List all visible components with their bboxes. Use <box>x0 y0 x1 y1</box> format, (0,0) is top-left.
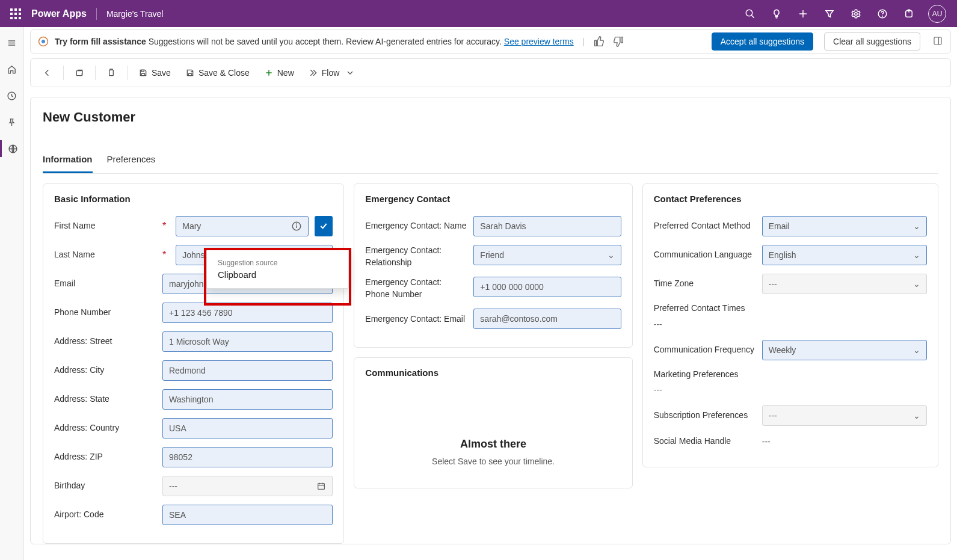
value-pref-social[interactable]: --- <box>762 434 771 449</box>
input-street[interactable]: 1 Microsoft Way <box>162 331 333 352</box>
home-icon[interactable] <box>4 61 20 78</box>
input-birthday[interactable]: --- <box>162 476 333 496</box>
label-zip: Address: ZIP <box>54 451 156 463</box>
recent-icon[interactable] <box>4 87 20 104</box>
timeline-empty-title: Almost there <box>365 438 621 451</box>
section-title: Emergency Contact <box>365 194 621 204</box>
label-street: Address: Street <box>54 336 156 348</box>
svg-rect-27 <box>109 70 114 75</box>
svg-rect-8 <box>19 17 21 19</box>
svg-rect-30 <box>188 73 191 75</box>
gear-icon[interactable] <box>844 2 868 26</box>
accept-suggestion-button[interactable] <box>315 216 333 236</box>
input-pref-lang[interactable]: English⌄ <box>762 245 927 265</box>
input-first-name[interactable]: Mary <box>176 216 309 236</box>
chevron-down-icon: ⌄ <box>913 250 920 260</box>
banner-link[interactable]: See preview terms <box>504 37 574 46</box>
label-pref-subs: Subscription Preferences <box>654 410 756 422</box>
hamburger-icon[interactable] <box>4 34 20 51</box>
svg-rect-5 <box>19 13 21 15</box>
input-state[interactable]: Washington <box>162 389 333 410</box>
expand-panel-icon[interactable] <box>932 35 943 48</box>
input-pref-freq[interactable]: Weekly⌄ <box>762 340 927 360</box>
timeline-empty-subtitle: Select Save to see your timeline. <box>365 457 621 466</box>
svg-rect-1 <box>14 8 17 11</box>
pin-icon[interactable] <box>4 114 20 131</box>
label-pref-freq: Communication Frequency <box>654 344 756 356</box>
svg-rect-36 <box>318 484 325 489</box>
input-ec-relationship[interactable]: Friend ⌄ <box>473 245 621 265</box>
label-pref-method: Preferred Contact Method <box>654 220 756 232</box>
value-pref-marketing[interactable]: --- <box>654 383 662 397</box>
label-email: Email <box>54 278 156 290</box>
svg-rect-0 <box>10 8 13 11</box>
label-pref-times: Preferred Contact Times <box>654 303 745 315</box>
global-header: Power Apps Margie's Travel AU <box>0 0 957 27</box>
clear-all-button[interactable]: Clear all suggestions <box>824 32 920 51</box>
label-birthday: Birthday <box>54 480 156 492</box>
left-nav-rail <box>0 27 24 560</box>
lightbulb-icon[interactable] <box>765 2 789 26</box>
input-ec-email[interactable]: sarah@contoso.com <box>473 309 621 329</box>
chevron-down-icon: ⌄ <box>913 221 920 231</box>
command-bar: Save Save & Close New Flow <box>30 58 951 87</box>
svg-point-9 <box>746 10 752 16</box>
app-name: Power Apps <box>31 8 87 19</box>
input-ec-phone[interactable]: +1 000 000 0000 <box>473 277 621 297</box>
section-contact-preferences: Contact Preferences Preferred Contact Me… <box>642 183 938 467</box>
svg-rect-24 <box>934 37 941 45</box>
section-title: Communications <box>365 368 621 378</box>
accept-all-button[interactable]: Accept all suggestions <box>712 32 813 51</box>
banner-text: Suggestions will not be saved until you … <box>149 37 502 46</box>
page-title: New Customer <box>43 109 938 125</box>
banner-bold: Try form fill assistance <box>55 37 146 46</box>
input-pref-tz[interactable]: ---⌄ <box>762 274 927 294</box>
share-icon[interactable] <box>897 2 921 26</box>
main-content: Try form fill assistance Suggestions wil… <box>24 27 957 560</box>
input-phone[interactable]: +1 123 456 7890 <box>162 303 333 323</box>
search-icon[interactable] <box>738 2 762 26</box>
svg-rect-4 <box>14 13 17 15</box>
tab-preferences[interactable]: Preferences <box>107 149 156 173</box>
svg-line-10 <box>751 15 754 18</box>
filter-icon[interactable] <box>817 2 842 26</box>
label-ec-email: Emergency Contact: Email <box>365 313 467 325</box>
input-airport[interactable]: SEA <box>162 505 333 525</box>
info-icon[interactable] <box>291 221 302 232</box>
section-title: Basic Information <box>54 194 333 204</box>
svg-rect-26 <box>76 71 82 76</box>
ai-suggestion-banner: Try form fill assistance Suggestions wil… <box>30 29 951 54</box>
clipboard-button[interactable] <box>100 64 122 81</box>
input-pref-subs[interactable]: ---⌄ <box>762 405 927 426</box>
environment-name[interactable]: Margie's Travel <box>106 9 163 19</box>
plus-icon[interactable] <box>791 2 815 26</box>
open-new-window-button[interactable] <box>69 64 90 81</box>
waffle-icon[interactable] <box>6 4 25 23</box>
label-country: Address: Country <box>54 422 156 434</box>
thumbs-down-icon[interactable] <box>612 35 625 48</box>
section-emergency-contact: Emergency Contact Emergency Contact: Nam… <box>354 183 632 348</box>
new-button[interactable]: New <box>258 64 300 81</box>
flow-button[interactable]: Flow <box>303 64 362 81</box>
help-icon[interactable] <box>870 2 894 26</box>
calendar-icon[interactable] <box>316 481 326 491</box>
save-button[interactable]: Save <box>132 64 177 81</box>
input-zip[interactable]: 98052 <box>162 447 333 467</box>
save-close-button[interactable]: Save & Close <box>179 64 256 81</box>
input-country[interactable]: USA <box>162 418 333 438</box>
label-ec-phone: Emergency Contact: Phone Number <box>365 277 467 300</box>
input-pref-method[interactable]: Email⌄ <box>762 216 927 236</box>
copilot-icon <box>38 36 49 47</box>
thumbs-up-icon[interactable] <box>592 35 606 48</box>
tab-information[interactable]: Information <box>43 149 93 173</box>
required-indicator: * <box>162 221 166 232</box>
chevron-down-icon: ⌄ <box>608 250 615 260</box>
avatar[interactable]: AU <box>928 5 946 23</box>
svg-rect-29 <box>141 70 144 72</box>
label-last-name: Last Name <box>54 249 156 261</box>
input-city[interactable]: Redmond <box>162 360 333 381</box>
globe-icon[interactable] <box>0 140 23 157</box>
input-ec-name[interactable]: Sarah Davis <box>473 216 621 236</box>
back-button[interactable] <box>37 64 58 81</box>
value-pref-times[interactable]: --- <box>654 317 662 331</box>
